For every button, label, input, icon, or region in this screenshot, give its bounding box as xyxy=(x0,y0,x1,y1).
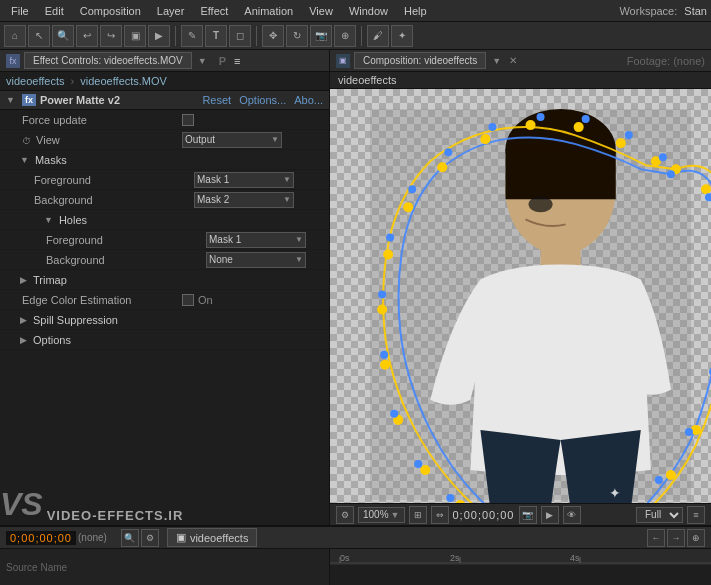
svg-point-24 xyxy=(403,202,413,212)
options-section-header[interactable]: Options xyxy=(0,330,329,350)
comp-viewer-btn[interactable]: 👁 xyxy=(563,506,581,524)
options-collapse-icon xyxy=(20,335,27,345)
edge-color-checkbox[interactable] xyxy=(182,294,194,306)
svg-point-48 xyxy=(408,185,416,193)
timecode-display[interactable]: 0;00;00;00 xyxy=(6,531,76,545)
zoom-control[interactable]: 100% ▼ xyxy=(358,507,405,523)
masks-fg-dropdown[interactable]: Mask 1 ▼ xyxy=(194,172,294,188)
tl-tool3[interactable]: ⊕ xyxy=(687,529,705,547)
tool-undo[interactable]: ↩ xyxy=(76,25,98,47)
tl-tool2[interactable]: → xyxy=(667,529,685,547)
tool-camera[interactable]: 📷 xyxy=(310,25,332,47)
options-btn[interactable]: Options... xyxy=(239,94,286,106)
menu-file[interactable]: File xyxy=(4,3,36,19)
workspace-label: Workspace: Stan xyxy=(619,5,707,17)
magnify-btn[interactable]: ⊞ xyxy=(409,506,427,524)
comp-name-bar: videoeffects xyxy=(330,72,711,89)
prop-row-force-update: Force update xyxy=(0,110,329,130)
tool-pen[interactable]: ✎ xyxy=(181,25,203,47)
toolbar-sep-2 xyxy=(256,26,257,46)
breadcrumb-root[interactable]: videoeffects xyxy=(6,75,65,87)
tool-zoom[interactable]: 🔍 xyxy=(52,25,74,47)
svg-point-32 xyxy=(705,193,711,201)
menu-edit[interactable]: Edit xyxy=(38,3,71,19)
menu-animation[interactable]: Animation xyxy=(237,3,300,19)
menu-composition[interactable]: Composition xyxy=(73,3,148,19)
vs-watermark: VS Video-Effects.Ir xyxy=(0,486,183,523)
panel-dropdown-arrow[interactable]: ▼ xyxy=(198,56,207,66)
tool-move[interactable]: ✥ xyxy=(262,25,284,47)
tool-render-q[interactable]: ▣ xyxy=(124,25,146,47)
holes-fg-dropdown[interactable]: Mask 1 ▼ xyxy=(206,232,306,248)
view-label: ⏱ View xyxy=(22,134,182,146)
prop-row-edge-color: Edge Color Estimation On xyxy=(0,290,329,310)
svg-point-21 xyxy=(380,360,390,370)
view-dropdown[interactable]: Output ▼ xyxy=(182,132,282,148)
tool-text[interactable]: T xyxy=(205,25,227,47)
timeline-content: Source Name 0s 2s 4s xyxy=(0,549,711,585)
tool-clone[interactable]: ✦ xyxy=(391,25,413,47)
comp-settings-btn[interactable]: ⚙ xyxy=(336,506,354,524)
menu-view[interactable]: View xyxy=(302,3,340,19)
menu-effect[interactable]: Effect xyxy=(193,3,235,19)
spill-section-header[interactable]: Spill Suppression xyxy=(0,310,329,330)
comp-viewport[interactable]: ✦ xyxy=(330,89,711,503)
comp-tab-arrow[interactable]: ▼ xyxy=(492,56,501,66)
source-name-label: Source Name xyxy=(6,562,67,573)
tool-render[interactable]: ▶ xyxy=(148,25,170,47)
trimap-section-header[interactable]: Trimap xyxy=(0,270,329,290)
svg-point-7 xyxy=(701,184,711,194)
tl-search-btn[interactable]: 🔍 xyxy=(121,529,139,547)
effect-header: fx Power Matte v2 Reset Options... Abo..… xyxy=(0,91,329,110)
holes-section-header[interactable]: Holes xyxy=(0,210,329,230)
masks-section-header[interactable]: Masks xyxy=(0,150,329,170)
clock-icon: ⏱ xyxy=(22,136,31,146)
quality-dropdown[interactable]: Full xyxy=(636,507,683,523)
svg-point-18 xyxy=(455,500,465,503)
force-update-checkbox[interactable] xyxy=(182,114,194,126)
view-dropdown-arrow: ▼ xyxy=(271,135,279,144)
svg-point-46 xyxy=(378,291,386,299)
camera-icon[interactable]: 📷 xyxy=(519,506,537,524)
timeline-right-panel[interactable]: 0s 2s 4s xyxy=(330,549,711,585)
fit-btn[interactable]: ⇔ xyxy=(431,506,449,524)
masks-fg-value: Mask 1 ▼ xyxy=(194,172,329,188)
svg-point-51 xyxy=(537,113,545,121)
tl-settings-btn[interactable]: ⚙ xyxy=(141,529,159,547)
menu-layer[interactable]: Layer xyxy=(150,3,192,19)
tool-rotate[interactable]: ↻ xyxy=(286,25,308,47)
trimap-label: Trimap xyxy=(33,274,67,286)
panel-menu-icon[interactable]: ≡ xyxy=(234,55,240,67)
fast-preview-btn[interactable]: ≡ xyxy=(687,506,705,524)
tool-redo[interactable]: ↪ xyxy=(100,25,122,47)
about-btn[interactable]: Abo... xyxy=(294,94,323,106)
tool-shape[interactable]: ◻ xyxy=(229,25,251,47)
tl-tool1[interactable]: ← xyxy=(647,529,665,547)
view-value: Output ▼ xyxy=(182,132,329,148)
effect-collapse-btn[interactable] xyxy=(6,95,15,105)
menu-help[interactable]: Help xyxy=(397,3,434,19)
spill-collapse-icon xyxy=(20,315,27,325)
breadcrumb-leaf[interactable]: videoeffects.MOV xyxy=(80,75,167,87)
tool-brush[interactable]: 🖌 xyxy=(367,25,389,47)
svg-point-50 xyxy=(488,123,496,131)
svg-point-23 xyxy=(383,249,393,259)
comp-tab[interactable]: Composition: videoeffects xyxy=(354,52,486,69)
reset-btn[interactable]: Reset xyxy=(202,94,231,106)
comp-canvas: ✦ xyxy=(330,89,711,503)
fx-badge: fx xyxy=(22,94,36,106)
svg-point-44 xyxy=(390,410,398,418)
render-btn[interactable]: ▶ xyxy=(541,506,559,524)
effect-controls-tab[interactable]: Effect Controls: videoeffects.MOV xyxy=(24,52,192,69)
tool-pointer[interactable]: ↖ xyxy=(28,25,50,47)
tool-home[interactable]: ⌂ xyxy=(4,25,26,47)
tool-anchor[interactable]: ⊕ xyxy=(334,25,356,47)
menu-window[interactable]: Window xyxy=(342,3,395,19)
svg-point-5 xyxy=(529,196,553,212)
masks-bg-dropdown[interactable]: Mask 2 ▼ xyxy=(194,192,294,208)
holes-bg-dropdown[interactable]: None ▼ xyxy=(206,252,306,268)
holes-collapse-icon xyxy=(44,215,53,225)
masks-bg-value: Mask 2 ▼ xyxy=(194,192,329,208)
comp-close[interactable]: ✕ xyxy=(509,55,517,66)
timeline-tab[interactable]: ▣ videoeffects xyxy=(167,528,258,547)
